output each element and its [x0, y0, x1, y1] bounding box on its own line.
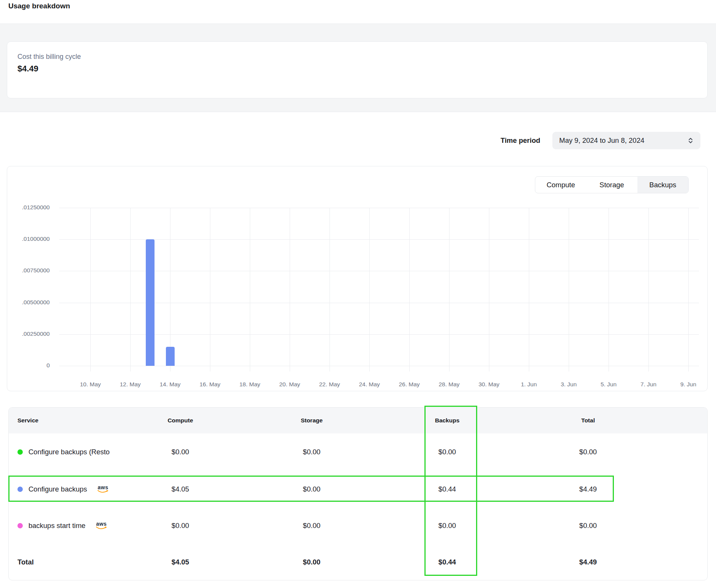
billing-cycle-card: Cost this billing cycle $4.49 — [7, 41, 708, 98]
x-axis-tick: 16. May — [193, 381, 227, 388]
x-axis-tick: 22. May — [312, 381, 347, 388]
time-period-row: Time period May 9, 2024 to Jun 8, 2024 — [500, 132, 700, 149]
gridline-vertical — [489, 208, 489, 371]
x-axis-tick: 5. Jun — [591, 381, 626, 388]
service-dot — [17, 523, 23, 528]
gridline-vertical — [330, 208, 330, 371]
gridline-vertical — [529, 208, 529, 371]
gridline-horizontal — [59, 208, 699, 208]
cell-storage: $0.00 — [221, 471, 402, 508]
gridline-horizontal — [59, 271, 699, 271]
aws-icon: aws — [97, 485, 109, 493]
gridline-vertical — [290, 208, 290, 371]
x-axis-tick: 7. Jun — [631, 381, 666, 388]
cell-storage: $0.00 — [221, 544, 402, 580]
cell-backups: $0.44 — [402, 471, 492, 508]
aws-icon: aws — [96, 522, 107, 530]
x-axis-tick: 26. May — [392, 381, 426, 388]
x-axis-tick: 9. Jun — [671, 381, 705, 388]
table-body: Configure backups (Resto$0.00$0.00$0.00$… — [9, 433, 707, 580]
gridline-vertical — [369, 208, 370, 371]
service-name: Configure backups — [28, 485, 87, 493]
column-header-storage: Storage — [221, 408, 402, 433]
cell-service: Configure backups (Resto — [9, 433, 131, 471]
service-dot — [17, 449, 23, 455]
table-row: Configure backupsaws$4.05$0.00$0.44$4.49 — [9, 471, 707, 508]
column-header-service: Service — [17, 408, 131, 433]
x-axis-tick: 1. Jun — [512, 381, 546, 388]
x-axis-tick: 3. Jun — [552, 381, 586, 388]
y-axis-tick: .00250000 — [7, 330, 50, 337]
gridline-horizontal — [59, 303, 699, 303]
cell-service: backups start timeaws — [9, 508, 131, 544]
cell-total: $0.00 — [492, 508, 684, 544]
service-name: Total — [17, 558, 34, 566]
cell-storage: $0.00 — [221, 508, 402, 544]
table-row: Configure backups (Resto$0.00$0.00$0.00$… — [9, 433, 707, 471]
time-period-select[interactable]: May 9, 2024 to Jun 8, 2024 — [552, 132, 700, 149]
gridline-vertical — [90, 208, 91, 371]
service-dot — [17, 487, 23, 492]
gridline-vertical — [609, 208, 609, 371]
cell-backups: $0.44 — [402, 544, 492, 580]
x-axis-tick: 14. May — [153, 381, 187, 388]
updown-chevron-icon — [688, 137, 694, 144]
page-title: Usage breakdown — [8, 2, 70, 10]
gridline-horizontal — [59, 239, 699, 240]
table-row: backups start timeaws$0.00$0.00$0.00$0.0… — [9, 508, 707, 544]
billing-cycle-value: $4.49 — [17, 64, 697, 74]
gridline-horizontal — [59, 366, 699, 366]
x-axis-tick: 12. May — [113, 381, 147, 388]
gridline-vertical — [648, 208, 649, 371]
service-name: backups start time — [28, 522, 85, 530]
service-name: Configure backups (Resto — [28, 448, 110, 456]
cell-service: Configure backupsaws — [9, 471, 131, 508]
y-axis-tick: .00750000 — [7, 267, 50, 274]
y-axis-tick: .01000000 — [7, 236, 50, 242]
table-total-row: Total$4.05$0.00$0.44$4.49 — [9, 544, 707, 580]
column-header-backups: Backups — [402, 408, 492, 433]
column-header-total: Total — [492, 408, 684, 433]
table-header-row: ServiceComputeStorageBackupsTotal — [9, 408, 707, 433]
y-axis-tick: .01250000 — [7, 204, 50, 211]
gridline-vertical — [688, 208, 689, 371]
usage-chart-card: ComputeStorageBackups .01250000.01000000… — [7, 166, 708, 391]
x-axis-tick: 28. May — [432, 381, 466, 388]
time-period-label: Time period — [500, 136, 540, 145]
chart-tab-group: ComputeStorageBackups — [535, 176, 689, 193]
y-axis-tick: 0 — [7, 362, 50, 369]
bar-13-may — [146, 239, 155, 366]
cell-storage: $0.00 — [221, 433, 402, 471]
x-axis-tick: 10. May — [73, 381, 107, 388]
summary-band: Cost this billing cycle $4.49 — [0, 24, 716, 112]
chart-plot-area — [59, 208, 699, 366]
time-period-value: May 9, 2024 to Jun 8, 2024 — [559, 136, 688, 145]
cell-backups: $0.00 — [402, 433, 492, 471]
cell-total: $4.49 — [492, 544, 684, 580]
gridline-vertical — [210, 208, 210, 371]
gridline-vertical — [409, 208, 410, 371]
cell-backups: $0.00 — [402, 508, 492, 544]
x-axis-tick: 24. May — [352, 381, 386, 388]
gridline-vertical — [449, 208, 449, 371]
gridline-horizontal — [59, 334, 699, 335]
x-axis-tick: 20. May — [273, 381, 307, 388]
gridline-vertical — [130, 208, 131, 371]
bar-14-may — [166, 347, 175, 366]
x-axis-tick: 30. May — [472, 381, 506, 388]
cell-service: Total — [9, 544, 131, 580]
tab-storage[interactable]: Storage — [586, 177, 637, 193]
gridline-vertical — [569, 208, 569, 371]
gridline-vertical — [250, 208, 250, 371]
cell-total: $4.49 — [492, 471, 684, 508]
tab-compute[interactable]: Compute — [535, 177, 586, 193]
tab-backups[interactable]: Backups — [637, 177, 688, 193]
y-axis-tick: .00500000 — [7, 299, 50, 306]
billing-cycle-label: Cost this billing cycle — [17, 52, 697, 62]
x-axis-tick: 18. May — [233, 381, 267, 388]
usage-table: ServiceComputeStorageBackupsTotal Config… — [8, 407, 708, 580]
cell-total: $0.00 — [492, 433, 684, 471]
